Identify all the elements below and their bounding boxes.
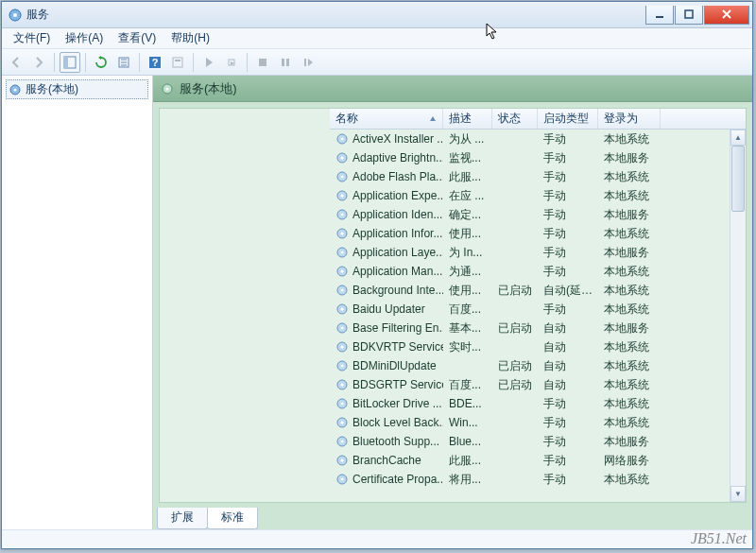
svg-point-17 xyxy=(14,88,17,91)
table-row[interactable]: ActiveX Installer ...为从 ...手动本地系统 xyxy=(330,130,746,148)
svg-point-47 xyxy=(341,384,344,387)
table-row[interactable]: Base Filtering En...基本...已启动自动本地服务 xyxy=(330,319,746,337)
back-button[interactable] xyxy=(6,52,26,73)
close-button[interactable] xyxy=(704,6,749,25)
maximize-button[interactable] xyxy=(675,6,703,25)
refresh-button[interactable] xyxy=(91,52,112,73)
cell-logon: 本地服务 xyxy=(598,434,661,450)
table-row[interactable]: BitLocker Drive ...BDE...手动本地系统 xyxy=(330,394,746,413)
pane-header: 服务(本地) xyxy=(153,76,752,102)
table-row[interactable]: Application Laye...为 In...手动本地服务 xyxy=(330,243,746,262)
table-row[interactable]: Adaptive Brightn...监视...手动本地服务 xyxy=(330,148,746,167)
svg-point-23 xyxy=(341,157,344,160)
cell-description: 监视... xyxy=(443,150,492,166)
table-row[interactable]: Application Expe...在应 ...手动本地系统 xyxy=(330,186,746,205)
scroll-thumb[interactable] xyxy=(731,146,745,212)
export-list-button[interactable] xyxy=(113,52,134,73)
column-logon-as[interactable]: 登录为 xyxy=(598,109,661,129)
cell-description: 使用... xyxy=(443,226,492,242)
toolbar-separator xyxy=(193,53,194,72)
cell-name: Bluetooth Supp... xyxy=(330,435,443,448)
table-row[interactable]: Bluetooth Supp...Blue...手动本地服务 xyxy=(330,432,746,451)
table-row[interactable]: Block Level Back...Win...手动本地系统 xyxy=(330,413,746,432)
table-row[interactable]: Certificate Propa...将用...手动本地系统 xyxy=(330,470,746,489)
cell-logon: 本地服务 xyxy=(598,245,661,261)
menu-view[interactable]: 查看(V) xyxy=(111,28,163,48)
cell-description: 实时... xyxy=(443,339,492,355)
cell-description: 此服... xyxy=(443,453,492,469)
run-button[interactable] xyxy=(221,52,242,73)
scroll-down-button[interactable]: ▼ xyxy=(730,486,746,502)
gear-icon xyxy=(335,340,349,354)
cell-startup: 手动 xyxy=(538,415,598,431)
table-row[interactable]: Application Man...为通...手动本地系统 xyxy=(330,262,746,281)
toolbar-separator xyxy=(85,53,86,72)
scroll-up-button[interactable]: ▲ xyxy=(730,130,746,146)
gear-icon xyxy=(335,151,349,164)
menu-action[interactable]: 操作(A) xyxy=(58,28,111,48)
pause-service-button[interactable] xyxy=(275,52,296,73)
column-startup-type[interactable]: 启动类型 xyxy=(538,109,598,129)
menu-file[interactable]: 文件(F) xyxy=(6,28,58,48)
menu-help[interactable]: 帮助(H) xyxy=(163,28,217,48)
column-name[interactable]: 名称 xyxy=(330,109,443,129)
minimize-button[interactable] xyxy=(645,6,674,25)
forward-button[interactable] xyxy=(28,52,49,73)
restart-service-button[interactable] xyxy=(298,52,318,73)
detail-area xyxy=(160,109,330,502)
svg-point-35 xyxy=(341,270,344,273)
table-row[interactable]: Application Iden...确定...手动本地服务 xyxy=(330,205,746,224)
gear-icon xyxy=(335,397,349,410)
cell-startup: 手动 xyxy=(538,169,598,185)
scroll-track[interactable] xyxy=(730,146,746,486)
table-row[interactable]: BDMiniDlUpdate已启动自动本地系统 xyxy=(330,356,746,375)
cell-name: Application Infor... xyxy=(330,227,443,240)
vertical-scrollbar[interactable]: ▲ ▼ xyxy=(730,130,746,502)
properties-button[interactable] xyxy=(167,52,188,73)
gear-icon xyxy=(335,189,349,202)
svg-point-57 xyxy=(341,478,344,481)
cell-status: 已启动 xyxy=(492,377,538,393)
svg-point-31 xyxy=(341,233,344,235)
table-row[interactable]: Application Infor...使用...手动本地系统 xyxy=(330,224,746,243)
stop-service-button[interactable] xyxy=(252,52,273,73)
help-button[interactable]: ? xyxy=(145,52,165,73)
table-row[interactable]: Background Inte...使用...已启动自动(延迟...本地系统 xyxy=(330,281,746,300)
cell-startup: 自动 xyxy=(538,339,598,355)
cell-startup: 手动 xyxy=(538,264,598,280)
tree-root-services-local[interactable]: 服务(本地) xyxy=(6,79,148,99)
list-pane: 服务(本地) 名称 描述 状态 启动类型 登录为 ActiveX Install… xyxy=(153,76,752,529)
cell-startup: 自动 xyxy=(538,358,598,374)
table-row[interactable]: Adobe Flash Pla...此服...手动本地系统 xyxy=(330,167,746,186)
svg-point-55 xyxy=(341,459,344,462)
cell-logon: 本地系统 xyxy=(598,264,661,280)
tab-extended[interactable]: 扩展 xyxy=(157,508,208,529)
cell-logon: 本地系统 xyxy=(598,396,661,412)
table-row[interactable]: Baidu Updater百度...手动本地系统 xyxy=(330,300,746,319)
show-hide-tree-button[interactable] xyxy=(60,52,80,73)
gear-icon xyxy=(335,284,349,297)
cell-logon: 本地系统 xyxy=(598,415,661,431)
cell-startup: 手动 xyxy=(538,245,598,261)
svg-rect-13 xyxy=(282,59,284,66)
gear-icon xyxy=(335,435,349,448)
svg-point-41 xyxy=(341,327,344,330)
table-row[interactable]: BDSGRTP Service百度...已启动自动本地系统 xyxy=(330,375,746,394)
sort-asc-icon xyxy=(429,115,437,123)
cell-name: Adaptive Brightn... xyxy=(330,151,443,164)
app-icon xyxy=(8,8,23,23)
gear-icon xyxy=(335,454,349,467)
title-bar[interactable]: 服务 xyxy=(2,2,752,28)
svg-point-53 xyxy=(341,441,344,443)
start-service-button[interactable] xyxy=(198,52,219,73)
svg-point-33 xyxy=(341,251,344,254)
table-row[interactable]: BranchCache此服...手动网络服务 xyxy=(330,451,746,470)
svg-point-21 xyxy=(341,138,344,141)
toolbar-separator xyxy=(247,53,248,72)
table-row[interactable]: BDKVRTP Service实时...自动本地系统 xyxy=(330,337,746,356)
column-description[interactable]: 描述 xyxy=(443,109,492,129)
column-status[interactable]: 状态 xyxy=(492,109,538,129)
cell-description: 此服... xyxy=(443,169,492,185)
tab-standard[interactable]: 标准 xyxy=(207,508,258,529)
menu-bar: 文件(F) 操作(A) 查看(V) 帮助(H) xyxy=(2,28,752,49)
